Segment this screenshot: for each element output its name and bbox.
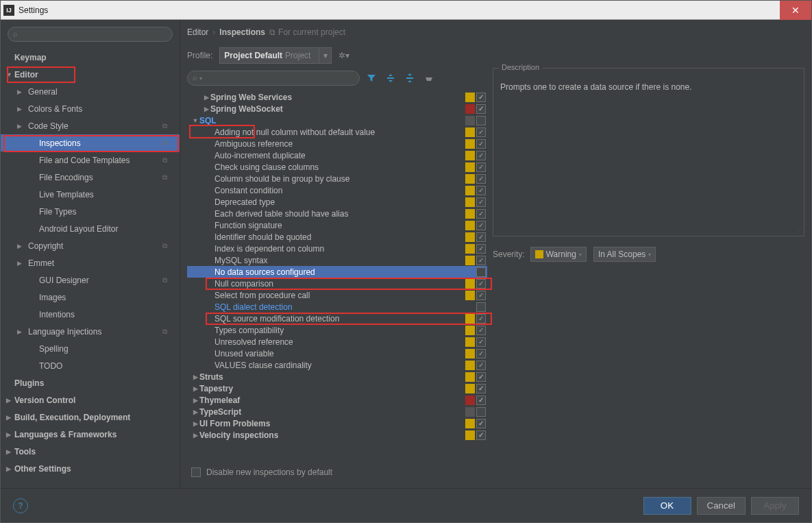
settings-tree[interactable]: Keymap▼Editor▶General▶Colors & Fonts▶Cod… (1, 46, 180, 488)
checkbox[interactable] (476, 302, 486, 312)
checkbox[interactable]: ✓ (476, 139, 486, 149)
disable-new-row[interactable]: Disable new inspections by default (187, 463, 487, 481)
ok-button[interactable]: OK (643, 497, 691, 515)
sidebar-item[interactable]: ▶Language Injections⧉ (1, 323, 180, 340)
help-button[interactable]: ? (13, 498, 28, 513)
inspection-item[interactable]: Function signature✓ (187, 219, 487, 231)
inspection-filter-input[interactable] (187, 71, 360, 86)
inspection-item[interactable]: VALUES clause cardinality✓ (187, 359, 487, 371)
sidebar-item[interactable]: TODO (1, 357, 180, 374)
checkbox[interactable]: ✓ (476, 93, 486, 102)
checkbox[interactable]: ✓ (476, 337, 486, 347)
checkbox[interactable]: ✓ (476, 419, 486, 428)
resize-grip-icon[interactable]: ⋰ (796, 227, 802, 234)
inspection-item[interactable]: No data sources configured (187, 266, 487, 278)
inspection-category[interactable]: ▼SQL (187, 114, 487, 126)
checkbox[interactable] (476, 267, 486, 277)
checkbox[interactable]: ✓ (476, 372, 486, 382)
checkbox[interactable]: ✓ (476, 361, 486, 370)
sidebar-item[interactable]: ▶Colors & Fonts (1, 100, 180, 117)
sidebar-item[interactable]: Intentions (1, 306, 180, 323)
scope-combo[interactable]: In All Scopes ▾ (593, 247, 656, 262)
sidebar-item[interactable]: Images (1, 289, 180, 306)
inspection-item[interactable]: Unused variable✓ (187, 348, 487, 359)
gear-icon[interactable]: ✲▾ (339, 51, 349, 60)
checkbox[interactable]: ✓ (476, 209, 486, 219)
checkbox[interactable]: ✓ (476, 186, 486, 195)
sidebar-item[interactable]: ▶Emmet (1, 254, 180, 271)
inspection-item[interactable]: Each derived table should have alias✓ (187, 208, 487, 219)
inspection-item[interactable]: Constant condition✓ (187, 184, 487, 196)
checkbox[interactable]: ✓ (476, 291, 486, 300)
sidebar-item[interactable]: ▼Editor (1, 66, 180, 83)
sidebar-item[interactable]: ▶Copyright⧉ (1, 237, 180, 254)
apply-button[interactable]: Apply (751, 497, 799, 515)
checkbox[interactable]: ✓ (476, 396, 486, 405)
checkbox[interactable] (191, 467, 201, 477)
inspection-item[interactable]: Types compatibility✓ (187, 324, 487, 336)
checkbox[interactable]: ✓ (476, 349, 486, 358)
checkbox[interactable]: ✓ (476, 232, 486, 242)
checkbox[interactable]: ✓ (476, 384, 486, 393)
checkbox[interactable]: ✓ (476, 430, 486, 440)
inspection-item[interactable]: Unresolved reference✓ (187, 336, 487, 348)
severity-combo[interactable]: Warning ▾ (530, 247, 587, 262)
sidebar-item[interactable]: GUI Designer⧉ (1, 271, 180, 289)
sidebar-item[interactable]: Inspections⧉ (1, 134, 180, 151)
inspection-item[interactable]: MySQL syntax✓ (187, 254, 487, 266)
checkbox[interactable]: ✓ (476, 104, 486, 114)
checkbox[interactable]: ✓ (476, 151, 486, 160)
inspection-item[interactable]: Check using clause columns✓ (187, 161, 487, 173)
sidebar-item[interactable]: Live Templates (1, 186, 180, 203)
checkbox[interactable]: ✓ (476, 279, 486, 289)
inspection-item[interactable]: SQL source modification detection✓ (187, 313, 487, 324)
sidebar-item[interactable]: ▶Build, Execution, Deployment (1, 409, 180, 426)
profile-combo-arrow[interactable]: ▾ (319, 47, 332, 64)
inspection-item[interactable]: Adding not null column without default v… (187, 126, 487, 138)
inspection-item[interactable]: Column should be in group by clause✓ (187, 173, 487, 184)
inspection-category[interactable]: ▶UI Form Problems✓ (187, 417, 487, 429)
checkbox[interactable]: ✓ (476, 127, 486, 137)
sidebar-item[interactable]: File Types (1, 203, 180, 220)
inspection-category[interactable]: ▶Spring Web Services✓ (187, 91, 487, 103)
inspection-category[interactable]: ▶Velocity inspections✓ (187, 429, 487, 441)
inspection-category[interactable]: ▶Thymeleaf✓ (187, 394, 487, 406)
inspection-tree[interactable]: ▶Spring Web Services✓▶Spring WebSocket✓▼… (187, 91, 487, 463)
checkbox[interactable]: ✓ (476, 244, 486, 254)
inspection-item[interactable]: Null comparison✓ (187, 278, 487, 289)
profile-combo[interactable]: Project Default Project (219, 47, 319, 64)
sidebar-item[interactable]: File Encodings⧉ (1, 169, 180, 186)
inspection-item[interactable]: Index is dependent on column✓ (187, 243, 487, 254)
expand-all-icon[interactable] (383, 71, 398, 86)
checkbox[interactable]: ✓ (476, 326, 486, 335)
sidebar-item[interactable]: Plugins (1, 374, 180, 391)
checkbox[interactable]: ✓ (476, 314, 486, 324)
sidebar-item[interactable]: ▶Version Control (1, 391, 180, 409)
checkbox[interactable] (476, 116, 486, 125)
checkbox[interactable]: ✓ (476, 221, 486, 230)
inspection-item[interactable]: Identifier should be quoted✓ (187, 231, 487, 243)
inspection-item[interactable]: Ambiguous reference✓ (187, 138, 487, 149)
filter-icon[interactable] (364, 71, 379, 86)
sidebar-item[interactable]: ▶Languages & Frameworks (1, 426, 180, 443)
sidebar-item[interactable]: Spelling (1, 340, 180, 357)
inspection-category[interactable]: ▶Struts✓ (187, 371, 487, 382)
collapse-all-icon[interactable] (402, 71, 417, 86)
settings-search-input[interactable] (8, 27, 173, 42)
cancel-button[interactable]: Cancel (697, 497, 746, 515)
sidebar-item[interactable]: ▶Tools (1, 443, 180, 460)
checkbox[interactable]: ✓ (476, 162, 486, 172)
close-button[interactable]: ✕ (780, 1, 811, 20)
checkbox[interactable] (476, 407, 486, 417)
checkbox[interactable]: ✓ (476, 197, 486, 207)
inspection-item[interactable]: Auto-increment duplicate✓ (187, 149, 487, 161)
checkbox[interactable]: ✓ (476, 256, 486, 265)
sidebar-item[interactable]: File and Code Templates⧉ (1, 151, 180, 169)
inspection-category[interactable]: ▶TypeScript (187, 406, 487, 417)
inspection-category[interactable]: ▶Spring WebSocket✓ (187, 103, 487, 114)
inspection-category[interactable]: ▶Tapestry✓ (187, 382, 487, 394)
checkbox[interactable]: ✓ (476, 174, 486, 184)
sidebar-item[interactable]: ▶Code Style⧉ (1, 117, 180, 134)
sidebar-item[interactable]: Android Layout Editor (1, 220, 180, 237)
sidebar-item[interactable]: ▶Other Settings (1, 460, 180, 477)
